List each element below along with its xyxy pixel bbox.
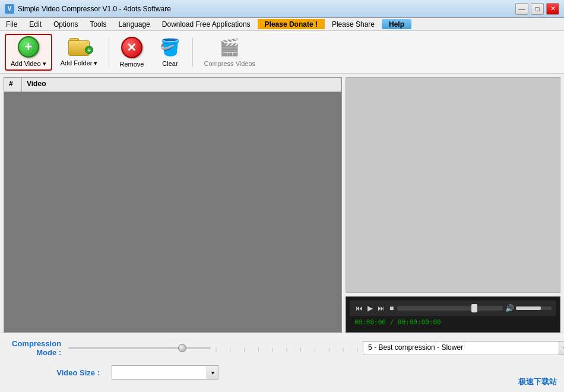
compress-label: Compress Videos (204, 60, 255, 67)
remove-button[interactable]: ✕ Remove (114, 34, 150, 71)
menu-share[interactable]: Please Share (326, 18, 381, 30)
add-video-button[interactable]: + Add Video ▾ (5, 34, 52, 71)
menu-tools[interactable]: Tools (84, 18, 112, 30)
menu-bar: File Edit Options Tools Language Downloa… (0, 18, 564, 31)
watermark: 极速下载站 (518, 377, 557, 387)
volume-fill (516, 306, 541, 310)
window-controls: — □ ✕ (515, 3, 559, 15)
video-player: ⏮ ▶ ⏭ ■ 🔊 00:00:00 / (346, 296, 560, 333)
player-controls: ⏮ ▶ ⏭ ■ 🔊 (350, 301, 556, 316)
remove-icon: ✕ (121, 37, 142, 58)
file-list-panel: # Video (4, 77, 342, 333)
right-panel: ⏮ ▶ ⏭ ■ 🔊 00:00:00 / (346, 77, 560, 333)
restore-button[interactable]: □ (531, 3, 544, 15)
compression-slider-container: ||| ||| ||| || (68, 345, 358, 352)
file-list-header: # Video (4, 78, 341, 92)
slider-ticks: ||| ||| ||| || (216, 346, 358, 352)
menu-file[interactable]: File (0, 18, 23, 30)
progress-thumb[interactable] (471, 304, 477, 312)
app-icon: V (5, 4, 14, 14)
clear-label: Clear (162, 60, 178, 67)
file-list-body[interactable] (4, 92, 341, 332)
toolbar-separator-2 (192, 37, 193, 67)
compression-dropdown-arrow[interactable]: ▾ (559, 341, 564, 355)
compression-dropdown: 5 - Best compression - Slower ▾ (363, 341, 564, 355)
compression-mode-row: Compression Mode : ||| ||| ||| || 5 - Be… (12, 339, 552, 357)
add-folder-label: Add Folder ▾ (61, 59, 98, 67)
volume-icon: 🔊 (505, 304, 514, 312)
add-video-icon-wrapper: + (18, 36, 39, 58)
menu-download[interactable]: Download Free Applications (156, 18, 256, 30)
menu-help[interactable]: Help (382, 19, 411, 29)
toolbar: + Add Video ▾ + Add Folder ▾ ✕ Remove 🪣 … (0, 31, 564, 74)
video-size-value[interactable] (112, 365, 207, 380)
player-skip-end-button[interactable]: ⏭ (376, 303, 386, 314)
toolbar-separator-1 (109, 37, 109, 67)
column-header-video: Video (22, 78, 341, 91)
menu-language[interactable]: Language (112, 18, 156, 30)
player-stop-button[interactable]: ■ (388, 303, 395, 314)
video-size-label: Video Size : (12, 368, 107, 377)
close-button[interactable]: ✕ (546, 3, 559, 15)
column-header-hash: # (4, 78, 22, 91)
add-folder-button[interactable]: + Add Folder ▾ (55, 34, 104, 71)
time-display: 00:00:00 / 00:00:00:00 (350, 316, 556, 328)
video-size-row: Video Size : ▾ (12, 365, 552, 380)
video-size-dropdown-arrow[interactable]: ▾ (207, 365, 218, 380)
preview-area (346, 77, 560, 293)
clear-button[interactable]: 🪣 Clear (152, 34, 188, 71)
bottom-panel: Compression Mode : ||| ||| ||| || 5 - Be… (0, 333, 564, 392)
volume-area: 🔊 (505, 304, 552, 312)
remove-icon-wrapper: ✕ (121, 37, 142, 58)
menu-donate[interactable]: Please Donate ! (258, 19, 325, 29)
compression-slider-thumb[interactable] (178, 344, 186, 352)
compress-icon: 🎬 (219, 37, 240, 57)
compress-videos-button[interactable]: 🎬 Compress Videos (198, 34, 261, 71)
compression-mode-label: Compression Mode : (12, 339, 68, 357)
content-wrapper: # Video ⏮ ▶ ⏭ ■ (0, 74, 564, 392)
title-bar: V Simple Video Compressor V1.0 - 4dots S… (0, 0, 564, 18)
clear-icon-wrapper: 🪣 (159, 37, 180, 58)
progress-bar[interactable] (397, 306, 503, 311)
compression-slider[interactable] (68, 347, 211, 349)
video-size-dropdown: ▾ (112, 365, 218, 380)
minimize-button[interactable]: — (515, 3, 528, 15)
player-skip-start-button[interactable]: ⏮ (354, 303, 364, 314)
compress-icon-wrapper: 🎬 (219, 37, 240, 58)
menu-edit[interactable]: Edit (23, 18, 47, 30)
add-folder-icon: + (68, 38, 90, 56)
add-video-label: Add Video ▾ (11, 60, 46, 68)
player-play-button[interactable]: ▶ (366, 303, 374, 314)
remove-label: Remove (120, 61, 144, 68)
add-folder-icon-wrapper: + (68, 37, 90, 57)
volume-bar[interactable] (516, 306, 552, 310)
clear-icon: 🪣 (160, 37, 180, 57)
panels-row: # Video ⏮ ▶ ⏭ ■ (0, 74, 564, 333)
app-icon-letter: V (8, 5, 12, 12)
add-video-icon: + (18, 36, 39, 58)
menu-options[interactable]: Options (47, 18, 84, 30)
compression-value[interactable]: 5 - Best compression - Slower (363, 341, 559, 355)
title-bar-left: V Simple Video Compressor V1.0 - 4dots S… (5, 4, 171, 14)
app-title: Simple Video Compressor V1.0 - 4dots Sof… (18, 5, 171, 13)
